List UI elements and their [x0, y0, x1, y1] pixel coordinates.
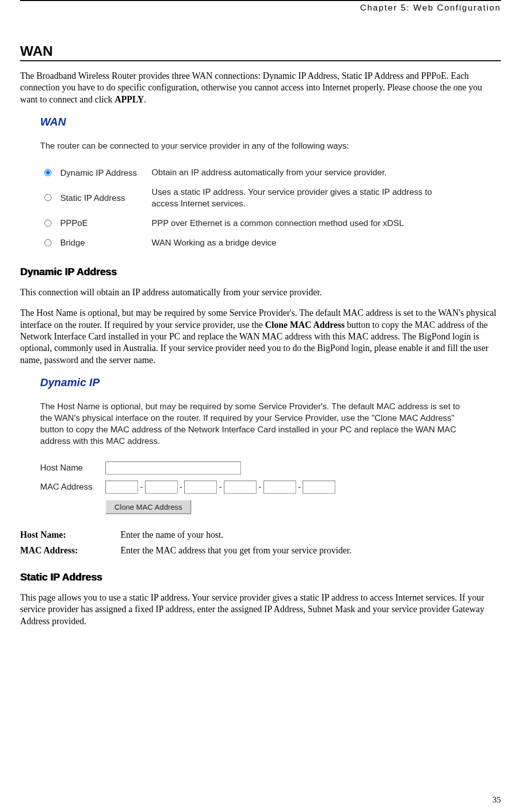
clone-mac-button[interactable]: Clone MAC Address — [105, 500, 191, 514]
wan-option-row: Bridge WAN Working as a bridge device — [40, 234, 439, 253]
wan-intro-paragraph: The Broadband Wireless Router provides t… — [20, 70, 501, 105]
clone-mac-row: Clone MAC Address — [40, 497, 501, 517]
host-name-label: Host Name — [40, 463, 105, 473]
mac-octet-6-input[interactable] — [303, 481, 335, 494]
subsection-heading-dynamic-ip: Dynamic IP Address — [20, 266, 501, 278]
host-name-input[interactable] — [105, 461, 241, 475]
section-heading-wan: WAN — [20, 43, 501, 61]
dynamic-ip-screenshot-title: Dynamic IP — [40, 376, 501, 389]
chapter-title: Chapter 5: Web Configuration — [360, 3, 501, 13]
radio-static-ip[interactable] — [44, 194, 51, 201]
dynamic-ip-screenshot: Dynamic IP The Host Name is optional, bu… — [40, 376, 501, 517]
page-number: 35 — [492, 795, 501, 805]
dynamic-ip-paragraph-2: The Host Name is optional, but may be re… — [20, 307, 501, 366]
wan-option-row: PPPoE PPP over Ethernet is a common conn… — [40, 214, 439, 234]
wan-intro-text-b: . — [144, 94, 147, 104]
mac-address-row: MAC Address - - - - - — [40, 478, 501, 497]
host-name-row: Host Name — [40, 458, 501, 478]
field-mac-label: MAC Address: — [20, 543, 120, 558]
radio-pppoe[interactable] — [44, 219, 51, 226]
mac-separator: - — [256, 482, 264, 492]
wan-option-label: PPPoE — [60, 214, 152, 234]
wan-screenshot-intro: The router can be connected to your serv… — [40, 141, 501, 152]
field-host-name-label: Host Name: — [20, 527, 120, 543]
wan-intro-text-a: The Broadband Wireless Router provides t… — [20, 71, 482, 104]
wan-option-desc: Uses a static IP address. Your service p… — [152, 183, 439, 214]
field-row: MAC Address: Enter the MAC address that … — [20, 543, 356, 558]
mac-separator: - — [138, 482, 145, 492]
wan-intro-bold: APPLY — [114, 94, 144, 104]
field-mac-desc: Enter the MAC address that you get from … — [120, 543, 356, 558]
subsection-heading-static-ip: Static IP Address — [20, 571, 501, 583]
dynamic-ip-screenshot-intro: The Host Name is optional, but may be re… — [40, 401, 472, 447]
mac-octet-2-input[interactable] — [145, 481, 178, 494]
radio-dynamic-ip[interactable] — [44, 169, 51, 176]
wan-config-screenshot: WAN The router can be connected to your … — [40, 115, 501, 253]
wan-option-label: Dynamic IP Address — [60, 163, 152, 183]
dyn-p2-bold: Clone MAC Address — [265, 320, 345, 330]
wan-option-desc: WAN Working as a bridge device — [152, 234, 439, 253]
wan-option-label: Bridge — [60, 234, 152, 253]
page-header: Chapter 5: Web Configuration — [20, 0, 501, 13]
field-row: Host Name: Enter the name of your host. — [20, 527, 356, 543]
wan-screenshot-title: WAN — [40, 115, 501, 129]
static-ip-paragraph-1: This page allows you to use a static IP … — [20, 592, 501, 627]
field-host-name-desc: Enter the name of your host. — [120, 527, 356, 543]
wan-option-label: Static IP Address — [60, 183, 152, 214]
radio-bridge[interactable] — [44, 239, 51, 246]
mac-octet-5-input[interactable] — [264, 481, 296, 494]
wan-option-desc: PPP over Ethernet is a common connection… — [152, 214, 439, 234]
mac-separator: - — [217, 482, 224, 492]
wan-option-row: Dynamic IP Address Obtain an IP address … — [40, 163, 439, 183]
wan-options-table: Dynamic IP Address Obtain an IP address … — [40, 163, 439, 253]
mac-address-label: MAC Address — [40, 482, 105, 492]
field-description-table: Host Name: Enter the name of your host. … — [20, 527, 356, 558]
mac-octet-4-input[interactable] — [224, 481, 256, 494]
wan-option-row: Static IP Address Uses a static IP addre… — [40, 183, 439, 214]
mac-octet-3-input[interactable] — [184, 481, 217, 494]
mac-octet-1-input[interactable] — [105, 481, 138, 494]
dynamic-ip-paragraph-1: This connection will obtain an IP addres… — [20, 287, 501, 298]
mac-separator: - — [178, 482, 185, 492]
wan-option-desc: Obtain an IP address automatically from … — [152, 163, 439, 183]
mac-separator: - — [296, 482, 303, 492]
